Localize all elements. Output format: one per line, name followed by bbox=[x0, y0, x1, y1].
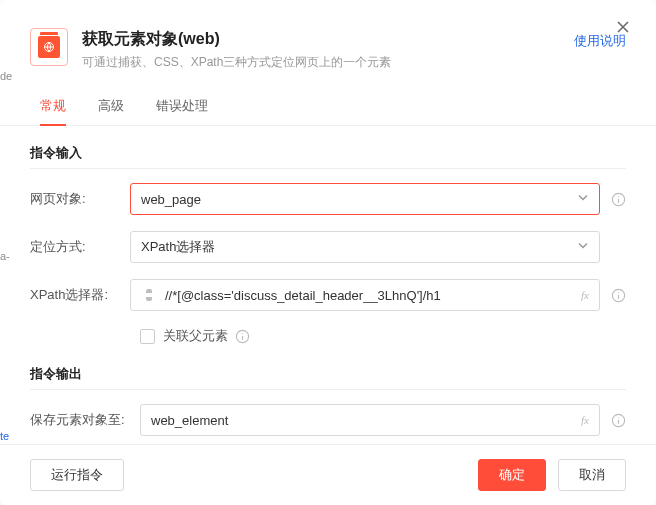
dialog-root: de a- te 获取元素对象(web) 可通过捕获、CSS、XPath三种方式… bbox=[0, 0, 656, 505]
tab-general[interactable]: 常规 bbox=[40, 89, 66, 125]
chevron-down-icon bbox=[577, 240, 589, 255]
relate-parent-label: 关联父元素 bbox=[163, 327, 228, 345]
dialog-footer: 运行指令 确定 取消 bbox=[0, 444, 656, 505]
tab-error-handling[interactable]: 错误处理 bbox=[156, 89, 208, 125]
tab-bar: 常规 高级 错误处理 bbox=[0, 71, 656, 126]
svg-point-9 bbox=[617, 417, 618, 418]
info-icon[interactable] bbox=[610, 412, 626, 428]
python-icon bbox=[139, 287, 159, 303]
ok-button[interactable]: 确定 bbox=[478, 459, 546, 491]
fx-icon[interactable]: fx bbox=[581, 414, 589, 426]
label-web-object: 网页对象: bbox=[30, 190, 130, 208]
row-relate-parent: 关联父元素 bbox=[140, 327, 626, 345]
dialog-title: 获取元素对象(web) bbox=[82, 28, 574, 50]
command-icon bbox=[30, 28, 68, 66]
web-glyph-icon bbox=[43, 41, 55, 53]
fx-icon[interactable]: fx bbox=[581, 289, 589, 301]
row-save-to: 保存元素对象至: web_element fx bbox=[30, 404, 626, 436]
web-object-value: web_page bbox=[141, 192, 589, 207]
dialog-subtitle: 可通过捕获、CSS、XPath三种方式定位网页上的一个元素 bbox=[82, 54, 574, 71]
label-save-to: 保存元素对象至: bbox=[30, 411, 140, 429]
row-xpath: XPath选择器: //*[@class='discuss_detail_hea… bbox=[30, 279, 626, 311]
tab-advanced[interactable]: 高级 bbox=[98, 89, 124, 125]
row-web-object: 网页对象: web_page bbox=[30, 183, 626, 215]
relate-parent-checkbox[interactable] bbox=[140, 329, 155, 344]
section-output-title: 指令输出 bbox=[30, 365, 626, 390]
dialog-header: 获取元素对象(web) 可通过捕获、CSS、XPath三种方式定位网页上的一个元… bbox=[0, 0, 656, 71]
label-locate-mode: 定位方式: bbox=[30, 238, 130, 256]
info-icon[interactable] bbox=[610, 191, 626, 207]
svg-point-2 bbox=[617, 196, 618, 197]
info-icon[interactable] bbox=[234, 328, 250, 344]
dialog-body: 指令输入 网页对象: web_page 定位方式: XPath选择器 bbox=[0, 126, 656, 444]
row-locate-mode: 定位方式: XPath选择器 bbox=[30, 231, 626, 263]
cancel-button[interactable]: 取消 bbox=[558, 459, 626, 491]
section-input-title: 指令输入 bbox=[30, 144, 626, 169]
locate-mode-select[interactable]: XPath选择器 bbox=[130, 231, 600, 263]
save-to-value: web_element bbox=[151, 413, 589, 428]
xpath-input[interactable]: //*[@class='discuss_detail_header__3LhnQ… bbox=[130, 279, 600, 311]
close-icon bbox=[616, 20, 630, 34]
locate-mode-value: XPath选择器 bbox=[141, 238, 589, 256]
svg-point-7 bbox=[241, 333, 242, 334]
chevron-down-icon bbox=[577, 192, 589, 207]
web-object-select[interactable]: web_page bbox=[130, 183, 600, 215]
save-to-input[interactable]: web_element fx bbox=[140, 404, 600, 436]
close-button[interactable] bbox=[614, 18, 632, 36]
xpath-value: //*[@class='discuss_detail_header__3LhnQ… bbox=[165, 288, 589, 303]
label-xpath: XPath选择器: bbox=[30, 286, 130, 304]
info-icon[interactable] bbox=[610, 287, 626, 303]
run-button[interactable]: 运行指令 bbox=[30, 459, 124, 491]
svg-point-5 bbox=[617, 292, 618, 293]
